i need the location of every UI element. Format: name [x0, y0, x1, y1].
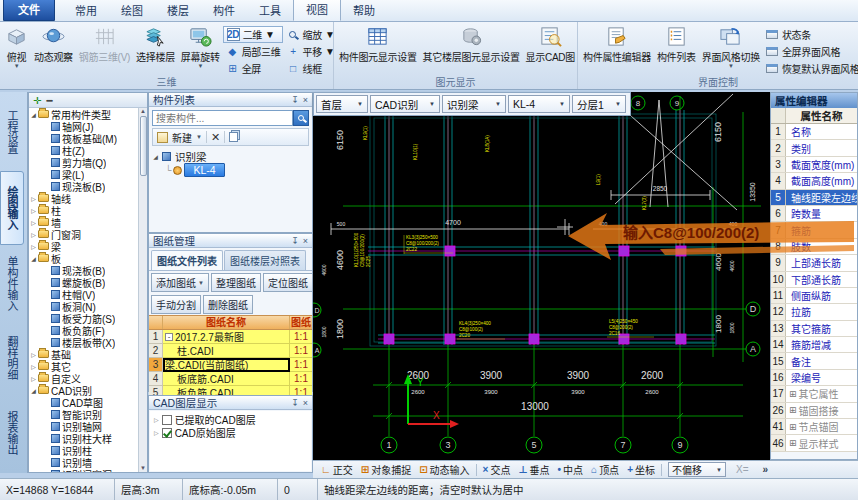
pin-icon[interactable]: ↧ — [291, 398, 299, 408]
tab-view[interactable]: 视图 — [293, 0, 341, 21]
pin-icon[interactable]: ↧ — [291, 95, 299, 105]
snap-mode-button[interactable]: ⊥垂点 — [514, 462, 553, 478]
close-icon[interactable]: × — [303, 236, 308, 246]
tree-item[interactable]: ▷ 门窗洞 — [29, 228, 138, 240]
property-name-cell[interactable]: 截面宽度(mm) — [786, 157, 857, 172]
property-row[interactable]: 5 轴线距梁左边线 — [771, 190, 857, 206]
snap-mode-button[interactable]: ⌂顶点 — [587, 462, 623, 478]
property-row[interactable]: 46 ⊞显示样式 — [771, 435, 857, 451]
expand-group-icon[interactable]: ⊞ — [789, 389, 797, 399]
tab-help[interactable]: 帮助 — [341, 0, 387, 21]
manual-split-button[interactable]: 手动分割 — [151, 295, 201, 314]
fullscreen-ui-style-button[interactable]: 全屏界面风格 — [763, 43, 858, 60]
tree-item[interactable]: 识别门窗洞 — [29, 468, 138, 472]
orbit-button[interactable]: 动态观察 — [31, 24, 76, 65]
scrollbar-thumb[interactable] — [140, 116, 147, 176]
nav-tab[interactable]: 绘图输入 — [0, 171, 24, 245]
tree-expand-icon[interactable]: ▷ — [29, 243, 38, 250]
property-name-cell[interactable]: 上部通长筋 — [786, 255, 857, 270]
other-floor-display-button[interactable]: 其它楼层图元显示设置 — [420, 24, 523, 65]
property-name-cell[interactable]: 肢数 — [786, 239, 857, 254]
tree-expand-icon[interactable]: ▷ — [29, 231, 38, 238]
add-sheet-button[interactable]: 添加图纸▼ — [151, 273, 209, 292]
local-3d-button[interactable]: ◆局部三维 — [223, 43, 284, 60]
chevron-down-icon[interactable]: ▼ — [196, 134, 202, 140]
collapse-icon[interactable]: - — [165, 333, 173, 341]
property-row[interactable]: 9 上部通长筋 — [771, 255, 857, 271]
property-row[interactable]: 4 截面高度(mm) — [771, 173, 857, 189]
tree-item[interactable]: ▷ 轴线 — [29, 192, 138, 204]
sheet-row[interactable]: 4 板底筋.CADI 1:1 — [149, 372, 312, 386]
floor-bar-dropdown[interactable]: 首层▼ — [316, 95, 368, 113]
property-row[interactable]: 17 ⊞其它属性 — [771, 386, 857, 402]
tree-expand-icon[interactable]: ▷ — [29, 219, 38, 226]
tree-expand-icon[interactable]: ◢ — [29, 255, 38, 262]
arrange-sheet-button[interactable]: 整理图纸 — [211, 273, 261, 292]
tab-draw[interactable]: 绘图 — [109, 0, 155, 21]
cad-canvas[interactable]: 6150 4600 1800 4600 1800 6150 4600 4600 … — [313, 92, 770, 460]
tree-item[interactable]: ▷ 梁 — [29, 240, 138, 252]
property-name-cell[interactable]: 跨数量 — [786, 206, 857, 221]
property-row[interactable]: 8 肢数 — [771, 239, 857, 255]
property-row[interactable]: 26 ⊞锚固搭接 — [771, 403, 857, 419]
tree-item[interactable]: 楼层板带(X) — [29, 336, 138, 348]
property-row[interactable]: 2 类别 — [771, 140, 857, 156]
tab-component[interactable]: 构件 — [201, 0, 247, 21]
property-row[interactable]: 13 其它箍筋 — [771, 321, 857, 337]
sheet-name-cell[interactable]: 板底筋.CADI — [163, 372, 290, 386]
status-bar-toggle-button[interactable]: 状态条 — [763, 26, 858, 43]
show-cad-button[interactable]: 显示CAD图 — [523, 24, 577, 65]
2d-mode-button[interactable]: 2D二维▼ — [223, 26, 284, 43]
layer-checkbox[interactable] — [162, 428, 172, 438]
snap-mode-button[interactable]: ×交点 — [479, 462, 515, 478]
cad-drawing-area[interactable]: 6150 4600 1800 4600 1800 6150 4600 4600 … — [313, 92, 770, 460]
component-list-button[interactable]: 构件列表 — [654, 24, 699, 65]
layer-item[interactable]: ▷ CAD原始图层 — [150, 426, 311, 439]
property-name-cell[interactable]: ⊞其它属性 — [786, 386, 857, 401]
tree-item[interactable]: ▷ 柱 — [29, 204, 138, 216]
sheet-row[interactable]: 2 柱.CADI 1:1 — [149, 344, 312, 358]
delete-sheet-button[interactable]: 删除图纸 — [203, 295, 253, 314]
nav-tab[interactable]: 报表输出 — [0, 397, 24, 469]
pin-icon[interactable]: ↧ — [291, 236, 299, 246]
collapse-all-icon[interactable]: ━ — [46, 95, 52, 106]
component-tree-root[interactable]: ◢ 识别梁 — [151, 149, 310, 163]
element-display-settings-button[interactable]: 构件图元显示设置 — [336, 24, 420, 65]
property-name-cell[interactable]: 备注 — [786, 353, 857, 368]
search-input[interactable] — [152, 110, 293, 126]
offset-dropdown[interactable]: 不偏移▼ — [668, 462, 726, 477]
locate-sheet-button[interactable]: 定位图纸 — [263, 273, 313, 292]
nav-tab[interactable]: 单构件输入 — [0, 248, 24, 320]
tree-item[interactable]: ▷ 墙 — [29, 216, 138, 228]
property-name-cell[interactable]: 拉筋 — [786, 304, 857, 319]
screen-rotate-button[interactable]: 屏幕旋转▼ — [178, 24, 223, 70]
property-name-cell[interactable]: 截面高度(mm) — [786, 173, 857, 188]
tree-expand-icon[interactable]: ▷ — [154, 429, 159, 436]
sheet-row[interactable]: 3 梁.CADI(当前图纸) 1:1 — [149, 358, 312, 372]
close-icon[interactable]: × — [303, 398, 308, 408]
tree-item[interactable]: ▷ 其它 — [29, 360, 138, 372]
tab-home[interactable]: 常用 — [63, 0, 109, 21]
tree-expand-icon[interactable]: ▷ — [29, 363, 38, 370]
component-tree-item[interactable]: └ KL-4 — [151, 163, 310, 177]
search-button[interactable] — [293, 110, 309, 126]
tree-expand-icon[interactable]: ◢ — [29, 111, 38, 118]
property-editor-button[interactable]: 构件属性编辑器 — [580, 24, 654, 65]
property-name-cell[interactable]: 其它箍筋 — [786, 321, 857, 336]
snap-mode-button[interactable]: •中点 — [554, 462, 588, 478]
property-row[interactable]: 14 箍筋增减 — [771, 337, 857, 353]
tab-sheet-file-list[interactable]: 图纸文件列表 — [151, 250, 223, 270]
tree-scrollbar[interactable]: ▲▼ — [138, 108, 147, 472]
property-name-cell[interactable]: 箍筋增减 — [786, 337, 857, 352]
tab-sheet-floor-map[interactable]: 图纸楼层对照表 — [224, 250, 306, 270]
tree-expand-icon[interactable]: ▷ — [154, 416, 159, 423]
property-row[interactable]: 15 备注 — [771, 353, 857, 369]
property-name-cell[interactable]: 箍筋 — [786, 222, 857, 237]
floor-bar-dropdown[interactable]: KL-4▼ — [508, 95, 570, 113]
property-name-cell[interactable]: 类别 — [786, 140, 857, 155]
zoom-button[interactable]: 缩放▼ — [283, 26, 333, 43]
property-name-cell[interactable]: ⊞节点锚固 — [786, 419, 857, 434]
property-row[interactable]: 12 拉筋 — [771, 304, 857, 320]
rebar-3d-button[interactable]: 钢筋三维(V) — [76, 24, 133, 65]
sheet-row[interactable]: 1 -2017.2.7最新图 1:1 — [149, 330, 312, 344]
